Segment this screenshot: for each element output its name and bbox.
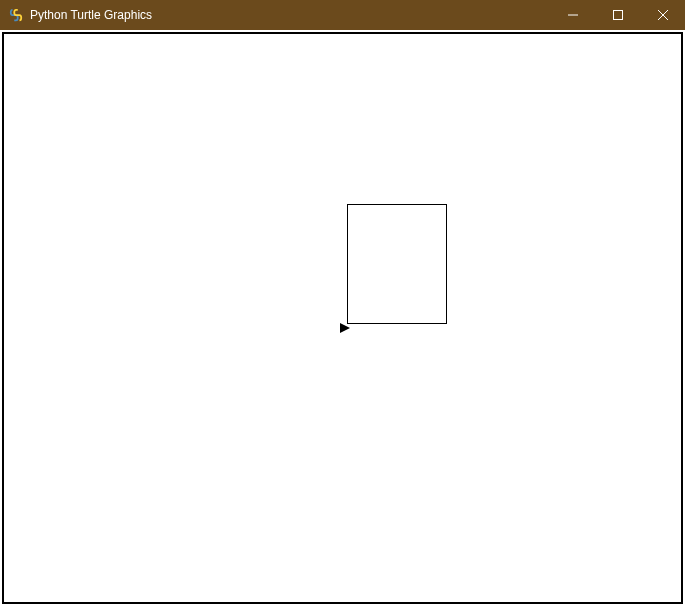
maximize-button[interactable] <box>595 0 640 30</box>
close-button[interactable] <box>640 0 685 30</box>
minimize-button[interactable] <box>550 0 595 30</box>
app-icon <box>8 7 24 23</box>
svg-rect-1 <box>613 11 622 20</box>
minimize-icon <box>568 10 578 20</box>
window-controls <box>550 0 685 30</box>
window-title: Python Turtle Graphics <box>30 8 152 22</box>
drawn-square <box>347 204 447 324</box>
titlebar[interactable]: Python Turtle Graphics <box>0 0 685 30</box>
canvas-area <box>2 32 683 604</box>
turtle-cursor <box>340 323 350 333</box>
turtle-canvas <box>4 34 681 602</box>
app-window: Python Turtle Graphics <box>0 0 685 606</box>
close-icon <box>658 10 668 20</box>
maximize-icon <box>613 10 623 20</box>
